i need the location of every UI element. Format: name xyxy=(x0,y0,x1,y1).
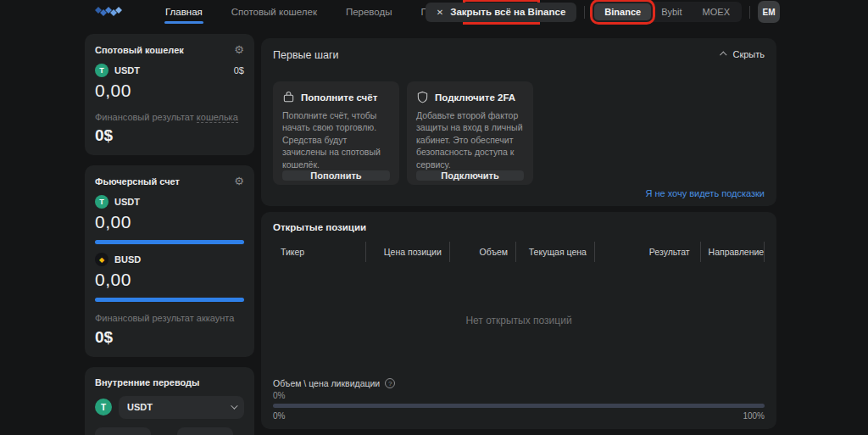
dismiss-hints-link[interactable]: Я не хочу видеть подсказки xyxy=(645,188,765,198)
futures-busd-amount: 0,00 xyxy=(95,270,244,290)
column-current-price: Текущая цена xyxy=(516,242,595,262)
futures-usdt-amount: 0,00 xyxy=(95,212,244,232)
asset-symbol: USDT xyxy=(114,197,140,207)
busd-icon: ◆ xyxy=(95,253,108,266)
open-positions-panel: Открытые позиции Тикер Цена позиции Объе… xyxy=(261,212,776,429)
spot-wallet-card: Спотовый кошелек ⚙ T USDT 0$ 0,00 Финанс… xyxy=(85,34,254,155)
busd-progress-bar xyxy=(95,298,244,302)
column-ticker: Тикер xyxy=(273,242,366,262)
usdt-icon: T xyxy=(95,399,112,415)
main-content: Первые шаги Скрыть Пополните счёт Пополн… xyxy=(261,38,776,429)
hide-link[interactable]: Скрыть xyxy=(721,49,765,59)
tab-label: Переводы xyxy=(346,7,392,17)
chevron-down-icon xyxy=(231,403,237,410)
usdt-progress-bar xyxy=(95,240,244,244)
asset-usd-value: 0$ xyxy=(234,65,244,75)
twofa-card-title: Подключите 2FA xyxy=(435,92,515,103)
deposit-button[interactable]: Пополнить xyxy=(282,170,390,181)
positions-table-header: Тикер Цена позиции Объем Текущая цена Ре… xyxy=(273,242,765,262)
chip-label: Bybit xyxy=(661,7,682,17)
select-value: USDT xyxy=(127,402,153,412)
exchange-chip-binance[interactable]: Binance xyxy=(594,3,651,20)
asset-select[interactable]: USDT xyxy=(119,396,244,419)
divider xyxy=(584,6,585,19)
exchange-chip-moex[interactable]: MOEX xyxy=(693,3,740,20)
close-icon: ✕ xyxy=(437,8,443,17)
gear-icon[interactable]: ⚙ xyxy=(234,44,244,55)
user-avatar[interactable]: EM xyxy=(758,1,780,23)
chevron-up-icon xyxy=(720,51,726,58)
spot-result-label: Финансовый результат кошелька xyxy=(95,111,244,124)
info-icon[interactable]: ? xyxy=(385,378,395,388)
asset-symbol: USDT xyxy=(114,65,140,75)
deposit-card-text: Пополните счёт, чтобы начать свою торгов… xyxy=(282,109,390,170)
to-account-select[interactable]: Спот xyxy=(177,427,233,435)
column-direction: Направление xyxy=(701,242,765,262)
hide-label: Скрыть xyxy=(732,49,765,59)
nav-right-cluster: ✕ Закрыть всё на Binance Binance Bybit M… xyxy=(426,0,780,24)
tab-glavnaya[interactable]: Главная xyxy=(151,0,217,24)
top-nav: Главная Спотовый кошелек Переводы Плечи … xyxy=(0,0,868,24)
wallet-icon xyxy=(282,91,295,103)
tab-spot-wallet[interactable]: Спотовый кошелек xyxy=(217,0,331,24)
result-label-text: Финансовый результат xyxy=(95,112,197,122)
column-volume: Объем xyxy=(450,242,516,262)
open-positions-title: Открытые позиции xyxy=(273,222,765,232)
column-position-price: Цена позиции xyxy=(366,242,450,262)
spot-wallet-title: Спотовый кошелек xyxy=(95,45,184,55)
deposit-card-title: Пополните счёт xyxy=(301,92,377,103)
liquidation-progress-bar xyxy=(273,404,765,408)
futures-asset-busd: ◆ BUSD 0,00 xyxy=(95,253,244,302)
futures-title: Фьючерсный счет xyxy=(95,176,180,187)
shield-icon xyxy=(416,91,429,103)
from-account-select[interactable]: Фьючерс xyxy=(95,427,151,435)
futures-result-label: Финансовый результат аккаунта xyxy=(95,312,244,325)
exchange-toggle: Binance Bybit MOEX xyxy=(593,2,742,22)
tab-transfers[interactable]: Переводы xyxy=(331,0,407,24)
liquidation-current-value: 0% xyxy=(273,391,765,400)
liquidation-range-max: 100% xyxy=(743,411,765,421)
spot-result-value: 0$ xyxy=(95,126,244,145)
futures-account-card: Фьючерсный счет ⚙ T USDT 0,00 ◆ BUSD 0,0… xyxy=(85,165,254,356)
tab-label: Главная xyxy=(165,7,203,17)
usdt-icon: T xyxy=(95,64,108,77)
deposit-card: Пополните счёт Пополните счёт, чтобы нач… xyxy=(273,81,399,185)
spot-amount: 0,00 xyxy=(95,81,244,101)
exchange-chip-bybit[interactable]: Bybit xyxy=(651,3,692,20)
tab-label: Спотовый кошелек xyxy=(231,7,317,17)
liquidation-label: Объем \ цена ликвидации xyxy=(273,378,380,388)
close-all-label: Закрыть всё на Binance xyxy=(450,7,565,17)
column-result: Результат xyxy=(595,242,701,262)
liquidation-block: Объем \ цена ликвидации ? 0% 0% 100% xyxy=(273,378,765,421)
logo-icon xyxy=(95,5,132,19)
internal-transfers-card: Внутренние переводы T USDT Фьючерс → Спо… xyxy=(85,367,254,435)
usdt-icon: T xyxy=(95,195,108,209)
transfers-title: Внутренние переводы xyxy=(95,377,199,388)
spot-asset-row: T USDT 0$ xyxy=(95,64,244,77)
empty-positions-text: Нет открытых позиций xyxy=(273,262,765,378)
first-steps-panel: Первые шаги Скрыть Пополните счёт Пополн… xyxy=(261,38,776,206)
divider xyxy=(749,6,750,19)
twofa-card-text: Добавьте второй фактор защиты на вход в … xyxy=(416,109,524,170)
close-all-button[interactable]: ✕ Закрыть всё на Binance xyxy=(426,3,577,22)
futures-asset-usdt: T USDT 0,00 xyxy=(95,195,244,244)
futures-result-value: 0$ xyxy=(95,328,244,347)
liquidation-range-min: 0% xyxy=(273,411,285,421)
twofa-card: Подключите 2FA Добавьте второй фактор за… xyxy=(407,81,533,185)
chip-label: MOEX xyxy=(703,7,730,17)
sidebar: Спотовый кошелек ⚙ T USDT 0$ 0,00 Финанс… xyxy=(85,34,254,435)
result-label-underlined[interactable]: кошелька xyxy=(197,112,238,123)
chip-label: Binance xyxy=(604,7,641,17)
first-steps-title: Первые шаги xyxy=(273,49,765,61)
gear-icon[interactable]: ⚙ xyxy=(234,176,244,187)
connect-2fa-button[interactable]: Подключить xyxy=(416,170,524,181)
asset-symbol: BUSD xyxy=(114,254,141,265)
app-logo[interactable] xyxy=(95,5,132,19)
